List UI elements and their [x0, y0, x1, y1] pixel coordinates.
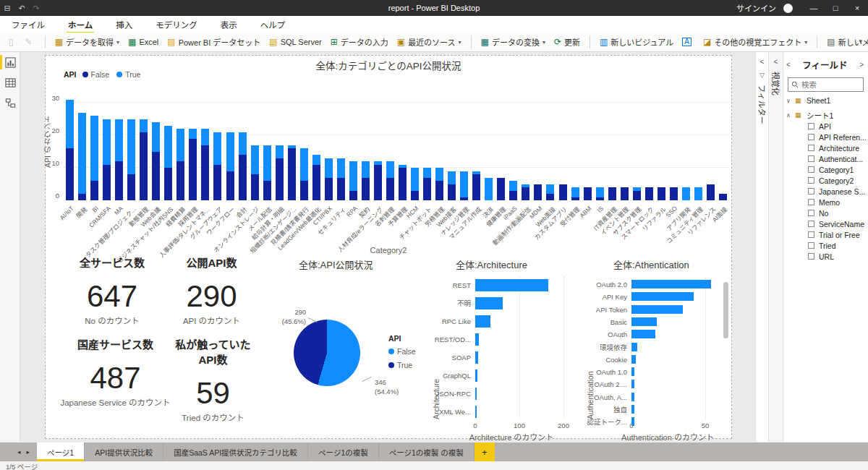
bar[interactable]: [475, 406, 477, 418]
authentication-chart[interactable]: 全体:AthenticationAuthentication050OAuth 2…: [579, 253, 732, 440]
field-checkbox[interactable]: [808, 221, 814, 227]
stacked-bar[interactable]: [633, 95, 641, 200]
architecture-chart[interactable]: 全体:ArchitectureArchitecture0100200REST不明…: [430, 253, 575, 437]
visualizations-expand-icon[interactable]: <: [769, 58, 783, 66]
stacked-bar[interactable]: [288, 95, 296, 200]
field-item[interactable]: Authenticat...: [783, 153, 868, 164]
main-chart-plot[interactable]: 0102030: [64, 95, 729, 200]
menu-item-3[interactable]: モデリング: [154, 17, 199, 33]
bar[interactable]: [475, 315, 490, 328]
field-item[interactable]: Japanese S...: [783, 186, 868, 197]
bar[interactable]: [631, 280, 711, 289]
stacked-bar[interactable]: [497, 95, 505, 200]
bar[interactable]: [631, 292, 694, 301]
stacked-bar[interactable]: [584, 95, 592, 200]
menu-item-4[interactable]: 表示: [219, 17, 239, 33]
prev-page-icon[interactable]: ◂: [17, 448, 21, 456]
stacked-bar[interactable]: [300, 95, 308, 200]
format-painter-button[interactable]: ✎: [21, 35, 40, 48]
stacked-bar[interactable]: [399, 95, 407, 200]
sql-server-button[interactable]: ▤SQL Server: [265, 35, 326, 48]
page-tab-2[interactable]: 国産SaaS API提供状況カテゴリ比較: [163, 443, 308, 461]
bar[interactable]: [475, 279, 548, 291]
stacked-bar[interactable]: [276, 95, 284, 200]
scrollbar-thumb[interactable]: [723, 282, 728, 338]
field-checkbox[interactable]: [808, 134, 814, 140]
minimize-button[interactable]: —: [803, 0, 825, 16]
field-checkbox[interactable]: [808, 177, 814, 184]
stacked-bar[interactable]: [670, 95, 678, 200]
stacked-bar[interactable]: [201, 95, 209, 200]
stacked-bar[interactable]: [559, 95, 567, 200]
bar[interactable]: [631, 330, 655, 338]
model-view-button[interactable]: [0, 93, 20, 113]
pie-chart[interactable]: [294, 320, 360, 386]
bar[interactable]: [475, 369, 477, 382]
stacked-bar[interactable]: [226, 95, 234, 200]
stacked-bar[interactable]: [164, 95, 172, 200]
ribbon-collapse-icon[interactable]: ▾: [859, 38, 862, 45]
field-item[interactable]: Tried: [783, 240, 868, 251]
menu-item-2[interactable]: 挿入: [114, 17, 134, 33]
card-visual[interactable]: 全サービス数647No のカウント: [51, 255, 174, 326]
stacked-bar[interactable]: [189, 95, 197, 200]
field-checkbox[interactable]: [808, 199, 814, 205]
page-tab-1[interactable]: API提供状況比較: [85, 443, 163, 461]
field-checkbox[interactable]: [808, 166, 814, 173]
stacked-bar[interactable]: [213, 95, 221, 200]
stacked-bar[interactable]: [263, 95, 271, 200]
stacked-bar[interactable]: [596, 95, 604, 200]
bar[interactable]: [631, 405, 634, 414]
bar[interactable]: [631, 317, 657, 326]
stacked-bar[interactable]: [127, 95, 135, 200]
bar[interactable]: [631, 305, 683, 314]
bar[interactable]: [631, 343, 637, 351]
recent-sources-button[interactable]: ▣最近のソース▾: [393, 34, 466, 50]
fields-expand-icon[interactable]: >: [859, 61, 864, 69]
paste-button[interactable]: ▯: [4, 35, 21, 48]
stacked-bar[interactable]: [349, 95, 357, 200]
stacked-bar[interactable]: [251, 95, 259, 200]
bar[interactable]: [631, 380, 634, 388]
stacked-bar[interactable]: [411, 95, 419, 200]
data-view-button[interactable]: [0, 72, 20, 93]
bar[interactable]: [475, 388, 477, 400]
card-visual[interactable]: 私が触っていたAPI数59Tried のカウント: [168, 336, 258, 423]
visualizations-pane-collapsed[interactable]: < 視覚化: [768, 52, 783, 442]
stacked-bar[interactable]: [719, 95, 727, 200]
stacked-bar[interactable]: [312, 95, 320, 200]
table-row-Sheet1[interactable]: ∨▦Sheet1: [783, 95, 868, 106]
field-item[interactable]: No: [783, 208, 868, 218]
stacked-bar[interactable]: [140, 95, 148, 200]
stacked-bar[interactable]: [90, 95, 98, 200]
stacked-bar[interactable]: [103, 95, 111, 200]
stacked-bar[interactable]: [78, 95, 86, 200]
bar[interactable]: [631, 367, 634, 376]
more-visuals-button[interactable]: ◪その他の視覚エフェクト▾: [699, 34, 812, 50]
stacked-bar[interactable]: [337, 95, 345, 200]
field-checkbox[interactable]: [808, 210, 814, 216]
chevron-icon[interactable]: ∧: [786, 112, 795, 119]
field-checkbox[interactable]: [808, 242, 814, 249]
close-button[interactable]: ×: [846, 0, 868, 16]
stacked-bar[interactable]: [534, 95, 542, 200]
fields-collapse-icon[interactable]: <: [786, 61, 791, 69]
card-visual[interactable]: 公開API数290API のカウント: [170, 255, 253, 326]
search-input[interactable]: [801, 80, 859, 89]
add-page-button[interactable]: +: [475, 443, 495, 461]
field-search-box[interactable]: [788, 77, 864, 92]
stacked-bar[interactable]: [386, 95, 394, 200]
chevron-icon[interactable]: ∨: [786, 98, 795, 104]
stacked-bar[interactable]: [645, 95, 653, 200]
save-icon[interactable]: ⊟: [0, 4, 14, 13]
field-item[interactable]: API Referen...: [783, 132, 868, 142]
field-item[interactable]: Category1: [783, 164, 868, 175]
field-checkbox[interactable]: [808, 155, 814, 162]
filters-pane-collapsed[interactable]: < ▽ フィルター: [755, 52, 768, 442]
stacked-bar[interactable]: [374, 95, 382, 200]
field-item[interactable]: Architecture: [783, 142, 868, 153]
table-row-シート1[interactable]: ∧▦シート1: [783, 109, 868, 121]
menu-item-0[interactable]: ファイル: [10, 17, 46, 33]
page-tab-4[interactable]: ページ1の複製 の複製: [379, 443, 475, 461]
field-checkbox[interactable]: [808, 123, 814, 129]
